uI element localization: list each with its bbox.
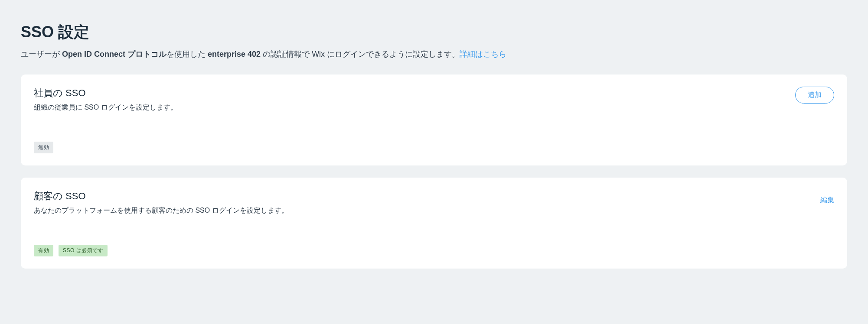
customer-sso-badges: 有効 SSO は必須です <box>34 245 834 256</box>
employee-sso-description: 組織の従業員に SSO ログインを設定します。 <box>34 103 795 112</box>
status-badge-required: SSO は必須です <box>59 245 108 256</box>
status-badge-disabled: 無効 <box>34 142 53 153</box>
employee-sso-badges: 無効 <box>34 142 834 153</box>
desc-enterprise: enterprise 402 <box>208 50 261 58</box>
customer-sso-title: 顧客の SSO <box>34 190 820 203</box>
desc-protocol: Open ID Connect プロトコル <box>62 50 166 58</box>
customer-sso-card: 顧客の SSO あなたのプラットフォームを使用する顧客のための SSO ログイン… <box>21 178 847 269</box>
add-button[interactable]: 追加 <box>795 87 834 104</box>
employee-sso-title: 社員の SSO <box>34 87 795 100</box>
status-badge-enabled: 有効 <box>34 245 53 256</box>
page-description: ユーザーが Open ID Connect プロトコルを使用した enterpr… <box>21 48 847 61</box>
customer-sso-description: あなたのプラットフォームを使用する顧客のための SSO ログインを設定します。 <box>34 206 820 215</box>
edit-button[interactable]: 編集 <box>820 196 834 205</box>
desc-prefix: ユーザーが <box>21 50 62 58</box>
learn-more-link[interactable]: 詳細はこちら <box>460 50 506 58</box>
desc-suffix: の認証情報で Wix にログインできるように設定します。 <box>261 50 460 58</box>
page-title: SSO 設定 <box>21 22 847 43</box>
employee-sso-card: 社員の SSO 組織の従業員に SSO ログインを設定します。 追加 無効 <box>21 75 847 165</box>
desc-mid1: を使用した <box>166 50 208 58</box>
